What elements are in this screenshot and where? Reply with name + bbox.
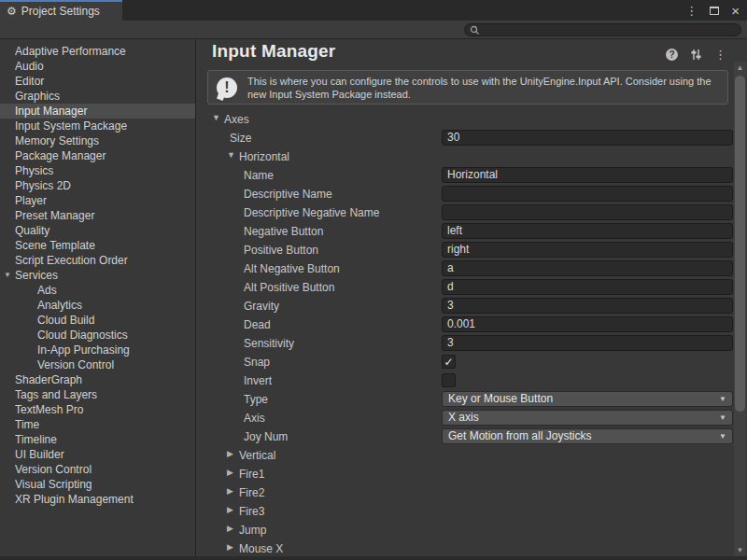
window-bottom-edge <box>0 556 747 560</box>
property-label: Name <box>244 169 274 182</box>
sidebar-item-input-manager[interactable]: Input Manager <box>0 104 195 119</box>
sidebar-item-physics[interactable]: Physics <box>0 163 195 178</box>
property-label: Fire2 <box>239 486 264 499</box>
presets-icon[interactable] <box>690 49 702 61</box>
property-row-descriptive-name: Descriptive Name <box>197 185 735 203</box>
text-field-gravity[interactable]: 3 <box>442 298 733 314</box>
text-field-negative-button[interactable]: left <box>442 223 733 239</box>
text-field-dead[interactable]: 0.001 <box>442 316 733 332</box>
sidebar-item-physics-2d[interactable]: Physics 2D <box>0 178 195 193</box>
property-label: Alt Negative Button <box>244 262 340 275</box>
text-field-name[interactable]: Horizontal <box>442 167 733 183</box>
sidebar-item-player[interactable]: Player <box>0 193 195 208</box>
sidebar-item-label: ShaderGraph <box>15 373 82 386</box>
dropdown-type[interactable]: Key or Mouse Button▼ <box>442 391 733 407</box>
text-field-size[interactable]: 30 <box>442 130 733 146</box>
help-icon[interactable]: ? <box>666 49 678 61</box>
foldout-open-icon[interactable]: ▼ <box>4 268 11 283</box>
sidebar-item-label: Time <box>15 418 39 431</box>
sidebar-item-xr-plugin-management[interactable]: XR Plugin Management <box>0 492 195 507</box>
sidebar-item-textmesh-pro[interactable]: TextMesh Pro <box>0 402 195 417</box>
property-row-fire1[interactable]: ▶Fire1 <box>197 465 735 483</box>
sidebar-item-services[interactable]: ▼Services <box>0 268 195 283</box>
property-row-fire2[interactable]: ▶Fire2 <box>197 483 735 502</box>
property-row-mouse-x[interactable]: ▶Mouse X <box>197 539 735 558</box>
sidebar-item-visual-scripting[interactable]: Visual Scripting <box>0 477 195 492</box>
foldout-closed-icon[interactable]: ▶ <box>227 525 233 533</box>
sidebar-item-analytics[interactable]: Analytics <box>0 298 195 313</box>
sidebar-item-package-manager[interactable]: Package Manager <box>0 148 195 163</box>
tab-project-settings[interactable]: ⚙ Project Settings <box>0 0 122 21</box>
sidebar-item-ads[interactable]: Ads <box>0 283 195 298</box>
property-row-horizontal[interactable]: ▼Horizontal <box>197 147 735 166</box>
sidebar-item-graphics[interactable]: Graphics <box>0 89 195 104</box>
property-row-axes[interactable]: ▼Axes <box>197 110 735 129</box>
scrollbar-thumb[interactable] <box>735 76 745 412</box>
foldout-closed-icon[interactable]: ▶ <box>227 506 233 514</box>
property-row-fire3[interactable]: ▶Fire3 <box>197 502 735 521</box>
text-field-alt-negative-button[interactable]: a <box>442 260 733 276</box>
window-menu-icon[interactable]: ⋮ <box>685 5 698 17</box>
sidebar-item-cloud-diagnostics[interactable]: Cloud Diagnostics <box>0 328 195 343</box>
scroll-down-icon[interactable]: ▼ <box>734 546 746 554</box>
property-label: Type <box>244 393 268 406</box>
sidebar-item-in-app-purchasing[interactable]: In-App Purchasing <box>0 343 195 357</box>
sidebar-item-audio[interactable]: Audio <box>0 59 195 74</box>
sidebar-item-label: Editor <box>15 75 44 88</box>
vertical-scrollbar[interactable]: ▲ ▼ <box>734 62 746 556</box>
sidebar-item-label: Services <box>15 269 58 282</box>
foldout-closed-icon[interactable]: ▶ <box>227 487 233 496</box>
close-icon[interactable]: × <box>731 4 740 18</box>
sidebar-item-label: Version Control <box>15 463 92 476</box>
search-input[interactable] <box>464 23 741 36</box>
text-field-sensitivity[interactable]: 3 <box>442 335 733 351</box>
sidebar-item-scene-template[interactable]: Scene Template <box>0 238 195 253</box>
sidebar-item-label: Graphics <box>15 90 60 103</box>
foldout-closed-icon[interactable]: ▶ <box>227 543 233 552</box>
property-label: Joy Num <box>244 430 288 443</box>
maximize-icon[interactable] <box>710 7 719 15</box>
property-label: Descriptive Negative Name <box>244 206 379 219</box>
sidebar-item-preset-manager[interactable]: Preset Manager <box>0 208 195 223</box>
foldout-closed-icon[interactable]: ▶ <box>227 450 233 458</box>
checkbox-invert[interactable] <box>442 373 456 387</box>
sidebar-item-input-system-package[interactable]: Input System Package <box>0 119 195 133</box>
sidebar-item-ui-builder[interactable]: UI Builder <box>0 447 195 462</box>
checkbox-snap[interactable]: ✓ <box>442 355 456 369</box>
text-field-descriptive-negative-name[interactable] <box>442 204 733 220</box>
sidebar-item-time[interactable]: Time <box>0 417 195 432</box>
sidebar-item-memory-settings[interactable]: Memory Settings <box>0 133 195 148</box>
dropdown-axis[interactable]: X axis▼ <box>442 410 733 426</box>
property-row-alt-negative-button: Alt Negative Buttona <box>197 259 735 278</box>
text-field-alt-positive-button[interactable]: d <box>442 279 733 295</box>
sidebar-item-label: Input System Package <box>15 119 127 133</box>
foldout-open-icon[interactable]: ▼ <box>227 151 235 160</box>
sidebar-item-label: Tags and Layers <box>15 388 97 401</box>
text-field-positive-button[interactable]: right <box>442 242 733 258</box>
sidebar-item-script-execution-order[interactable]: Script Execution Order <box>0 253 195 268</box>
search-icon <box>470 25 480 35</box>
sidebar-item-adaptive-performance[interactable]: Adaptive Performance <box>0 44 195 59</box>
checkmark-icon: ✓ <box>444 356 453 369</box>
sidebar-item-label: Quality <box>15 224 49 237</box>
foldout-closed-icon[interactable]: ▶ <box>227 469 233 477</box>
scroll-up-icon[interactable]: ▲ <box>734 63 746 72</box>
foldout-open-icon[interactable]: ▼ <box>212 114 220 122</box>
sidebar-item-editor[interactable]: Editor <box>0 74 195 89</box>
panel-menu-icon[interactable]: ⋮ <box>714 49 726 61</box>
dropdown-joy-num[interactable]: Get Motion from all Joysticks▼ <box>442 428 733 444</box>
text-field-descriptive-name[interactable] <box>442 186 733 202</box>
property-label: Sensitivity <box>244 337 294 350</box>
window-titlebar: ⚙ Project Settings ⋮ × <box>0 0 747 21</box>
sidebar-item-timeline[interactable]: Timeline <box>0 432 195 447</box>
sidebar-item-quality[interactable]: Quality <box>0 223 195 238</box>
property-row-vertical[interactable]: ▶Vertical <box>197 446 735 465</box>
sidebar-item-version-control[interactable]: Version Control <box>0 357 195 372</box>
chevron-down-icon: ▼ <box>719 392 726 406</box>
sidebar-item-tags-and-layers[interactable]: Tags and Layers <box>0 387 195 402</box>
property-row-jump[interactable]: ▶Jump <box>197 521 735 539</box>
sidebar-item-shadergraph[interactable]: ShaderGraph <box>0 372 195 387</box>
dropdown-value: Key or Mouse Button <box>448 392 553 406</box>
sidebar-item-version-control[interactable]: Version Control <box>0 462 195 477</box>
sidebar-item-cloud-build[interactable]: Cloud Build <box>0 313 195 328</box>
